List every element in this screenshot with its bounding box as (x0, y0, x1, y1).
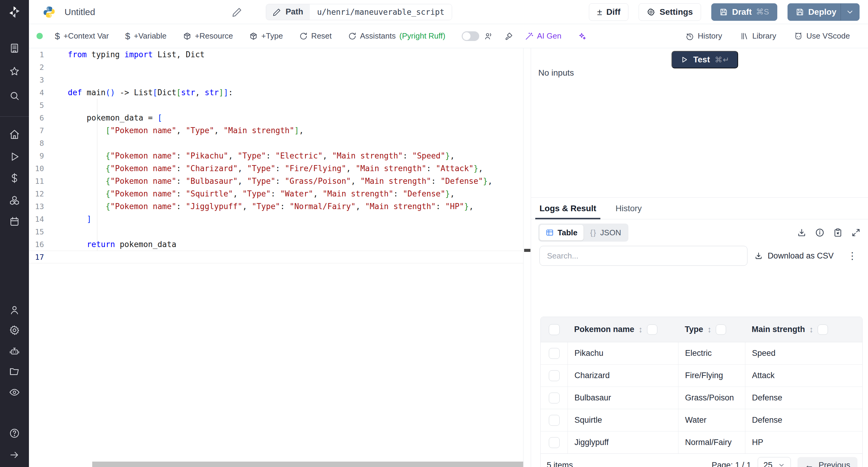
draft-button[interactable]: Draft ⌘S (711, 3, 777, 21)
reset-button[interactable]: Reset (299, 31, 332, 41)
multiplayer-toggle[interactable] (462, 31, 479, 41)
package-icon (249, 32, 258, 40)
code-line[interactable]: 11 {"Pokemon name": "Bulbasaur", "Type":… (29, 175, 523, 187)
copy-result-icon[interactable] (833, 228, 843, 238)
top-bar: Untitled Path u/henri/maneuverable_scrip… (29, 0, 868, 24)
test-button[interactable]: Test ⌘↵ (672, 51, 738, 68)
editor-overview-ruler[interactable] (524, 48, 531, 467)
column-filter-checkbox[interactable] (647, 324, 657, 335)
select-all-checkbox[interactable] (549, 324, 560, 335)
code-line[interactable]: 13 {"Pokemon name": "Jigglypuff", "Type"… (29, 200, 523, 213)
code-line[interactable]: 2 (29, 61, 523, 73)
info-icon[interactable] (815, 228, 825, 238)
code-line[interactable]: 16 return pokemon_data (29, 238, 523, 251)
sparkles-icon[interactable] (578, 32, 586, 40)
tab-logs-result[interactable]: Logs & Result (538, 198, 597, 219)
code-line[interactable]: 9 {"Pokemon name": "Pikachu", "Type": "E… (29, 150, 523, 162)
code-line[interactable]: 15 (29, 225, 523, 238)
add-context-var-button[interactable]: $ +Context Var (55, 31, 109, 41)
library-button[interactable]: Library (740, 31, 776, 41)
multiplayer-user-icon[interactable] (484, 32, 493, 40)
sort-icon[interactable]: ↕ (707, 325, 712, 335)
line-number: 14 (29, 215, 51, 223)
column-filter-checkbox[interactable] (716, 324, 726, 335)
add-resource-button[interactable]: +Resource (183, 31, 233, 41)
view-json-button[interactable]: {} JSON (584, 225, 627, 241)
audit-eye-icon[interactable] (9, 386, 20, 398)
table-menu-kebab-icon[interactable]: ⋮ (847, 250, 857, 261)
deploy-button[interactable]: Deploy (787, 3, 860, 21)
table-cell: Grass/Poison (678, 387, 745, 409)
history-button[interactable]: History (686, 31, 722, 41)
line-number: 8 (29, 139, 51, 148)
workspace-icon[interactable] (9, 42, 20, 54)
favorites-star-icon[interactable] (9, 66, 20, 77)
code-line[interactable]: 1from typing import List, Dict (29, 48, 523, 61)
code-editor[interactable]: 1from typing import List, Dict234def mai… (29, 48, 524, 467)
code-line[interactable]: 4def main() -> List[Dict[str, str]]: (29, 86, 523, 99)
previous-page-button[interactable]: ← Previous (798, 457, 858, 467)
path-control[interactable]: Path u/henri/maneuverable_script (266, 4, 452, 20)
column-header-type[interactable]: Type ↕ (678, 317, 745, 342)
use-vscode-button[interactable]: Use VScode (794, 31, 850, 41)
code-line[interactable]: 10 {"Pokemon name": "Charizard", "Type":… (29, 162, 523, 175)
settings-button[interactable]: Settings (639, 3, 701, 21)
page-size-select[interactable]: 25 (758, 457, 791, 467)
code-line[interactable]: 7 ["Pokemon name", "Type", "Main strengt… (29, 124, 523, 137)
cursor-position-mark (524, 249, 530, 252)
download-result-icon[interactable] (797, 228, 807, 238)
path-edit-button[interactable]: Path (266, 4, 310, 20)
search-icon[interactable] (9, 90, 20, 101)
column-header-main-strength[interactable]: Main strength ↕ (745, 317, 862, 342)
diff-button[interactable]: ± Diff (589, 3, 628, 21)
settings-gear-icon[interactable] (9, 324, 20, 336)
code-line[interactable]: 14 ] (29, 213, 523, 225)
row-checkbox[interactable] (549, 437, 560, 448)
schedules-calendar-icon[interactable] (9, 216, 20, 227)
code-line[interactable]: 3 (29, 73, 523, 86)
row-checkbox[interactable] (549, 370, 560, 381)
code-line[interactable]: 8 (29, 137, 523, 150)
library-icon (740, 32, 749, 40)
deploy-dropdown-button[interactable] (841, 4, 859, 21)
search-input[interactable] (539, 246, 747, 266)
code-line[interactable]: 17 (29, 251, 523, 263)
editor-toolbar: $ +Context Var $ +Variable +Resource +Ty… (29, 24, 868, 48)
row-checkbox[interactable] (549, 393, 560, 403)
user-icon[interactable] (9, 304, 20, 316)
path-value[interactable]: u/henri/maneuverable_script (310, 4, 452, 20)
code-line[interactable]: 12 {"Pokemon name": "Squirtle", "Type": … (29, 187, 523, 200)
row-checkbox[interactable] (549, 348, 560, 359)
folders-icon[interactable] (9, 366, 20, 377)
expand-arrow-icon[interactable] (9, 449, 20, 461)
code-text: from typing import List, Dict (51, 50, 205, 59)
download-csv-button[interactable]: Download as CSV (754, 251, 834, 260)
row-checkbox[interactable] (549, 415, 560, 426)
runs-play-icon[interactable] (9, 151, 20, 162)
format-brush-icon[interactable] (504, 32, 513, 40)
editor-horizontal-scrollbar[interactable] (92, 462, 524, 467)
column-header-pokemon-name[interactable]: Pokemon name ↕ (567, 317, 678, 342)
resources-cubes-icon[interactable] (9, 195, 20, 206)
add-variable-button[interactable]: $ +Variable (125, 31, 166, 41)
sort-icon[interactable]: ↕ (639, 325, 643, 335)
code-line[interactable]: 6 pokemon_data = [ (29, 112, 523, 124)
edit-summary-pencil-icon[interactable] (232, 7, 242, 17)
column-filter-checkbox[interactable] (818, 324, 828, 335)
code-line[interactable]: 5 (29, 99, 523, 112)
assistants-button[interactable]: Assistants (Pyright Ruff) (348, 31, 445, 41)
code-text: {"Pokemon name": "Bulbasaur", "Type": "G… (51, 177, 493, 186)
view-table-button[interactable]: Table (539, 225, 584, 241)
dollar-icon: $ (55, 31, 60, 41)
sort-icon[interactable]: ↕ (809, 325, 813, 335)
ai-gen-button[interactable]: AI Gen (525, 31, 561, 41)
help-icon[interactable] (9, 428, 20, 439)
home-icon[interactable] (9, 129, 20, 140)
windmill-logo-icon[interactable] (7, 5, 22, 19)
expand-result-icon[interactable] (851, 228, 861, 238)
code-text: def main() -> List[Dict[str, str]]: (51, 88, 233, 97)
variables-dollar-icon[interactable] (9, 172, 20, 184)
workers-robot-icon[interactable] (9, 346, 20, 357)
tab-history[interactable]: History (614, 198, 643, 219)
add-type-button[interactable]: +Type (249, 31, 283, 41)
